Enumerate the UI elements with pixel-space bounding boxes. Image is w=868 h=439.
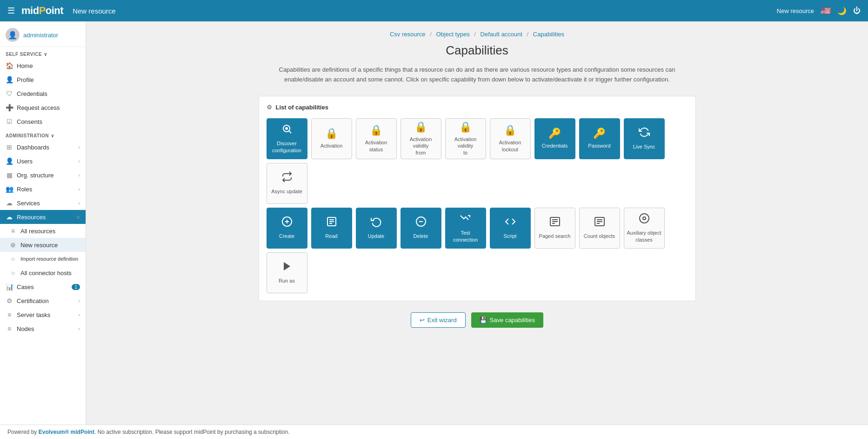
sidebar-item-label: Nodes bbox=[17, 325, 34, 332]
capability-tile-discover-configuration[interactable]: Discover configuration bbox=[267, 118, 307, 159]
sidebar-item-all-resources[interactable]: ≡ All resources bbox=[0, 224, 86, 238]
panel-header-label: List of capabilities bbox=[276, 104, 328, 111]
paged-search-label: Paged search bbox=[539, 233, 571, 239]
sidebar-item-label: Certification bbox=[17, 297, 49, 304]
capability-tile-credentials[interactable]: 🔑Credentials bbox=[534, 118, 575, 159]
main-layout: 👤 administrator SELF SERVICE ∨ 🏠 Home 👤 … bbox=[0, 21, 868, 425]
save-capabilities-button[interactable]: 💾 Save capabilities bbox=[471, 312, 544, 328]
power-icon[interactable]: ⏻ bbox=[853, 7, 861, 15]
sidebar-item-new-resource[interactable]: ⊕ New resource bbox=[0, 238, 86, 252]
sidebar-item-label: Cases bbox=[17, 284, 34, 290]
sidebar-item-consents[interactable]: ☑ Consents bbox=[0, 115, 86, 128]
hamburger-menu[interactable]: ☰ bbox=[7, 6, 15, 16]
sidebar-item-cases[interactable]: 📊 Cases 1 bbox=[0, 280, 86, 294]
dashboard-icon: ⊞ bbox=[6, 143, 13, 151]
capability-tile-async-update[interactable]: Async update bbox=[267, 163, 307, 204]
save-icon: 💾 bbox=[480, 317, 487, 324]
breadcrumb-csv-resource[interactable]: Csv resource bbox=[390, 31, 426, 38]
sidebar-item-server-tasks[interactable]: ≡ Server tasks › bbox=[0, 308, 86, 322]
capability-tile-test-connection[interactable]: Test connection bbox=[445, 208, 486, 249]
sidebar-item-resources[interactable]: ☁ Resources ∨ bbox=[0, 210, 86, 224]
new-icon: ⊕ bbox=[9, 241, 17, 249]
capability-tile-activation-validity-to[interactable]: 🔒Activation validity to bbox=[445, 118, 486, 159]
capability-tile-create[interactable]: Create bbox=[267, 208, 307, 249]
breadcrumb-default-account[interactable]: Default account bbox=[481, 31, 522, 38]
resources-icon: ☁ bbox=[6, 213, 13, 221]
sidebar-item-label: Dashboards bbox=[17, 144, 49, 151]
sidebar-item-users[interactable]: 👤 Users › bbox=[0, 154, 86, 168]
topnav: ☰ midPoint New resource New resource 🇺🇸 … bbox=[0, 0, 868, 21]
sidebar-item-label: Users bbox=[17, 158, 33, 165]
gear-icon: ⚙ bbox=[267, 104, 272, 111]
self-service-header: SELF SERVICE ∨ bbox=[0, 47, 86, 59]
capability-tile-live-sync[interactable]: Live Sync bbox=[624, 118, 665, 159]
activation-validity-from-label: Activation validity from bbox=[410, 136, 432, 156]
sidebar-item-certification[interactable]: ⚙ Certification › bbox=[0, 294, 86, 308]
capability-tile-run-as[interactable]: Run as bbox=[267, 252, 307, 293]
sidebar-user[interactable]: 👤 administrator bbox=[0, 21, 86, 47]
tasks-icon: ≡ bbox=[6, 311, 13, 318]
capability-tile-delete[interactable]: Delete bbox=[401, 208, 441, 249]
capability-tile-aux-object-classes[interactable]: Auxiliary object classes bbox=[624, 208, 665, 249]
async-update-icon bbox=[281, 171, 293, 185]
sidebar-item-org-structure[interactable]: ▦ Org. structure › bbox=[0, 168, 86, 182]
capability-tile-activation-status[interactable]: 🔒Activation status bbox=[356, 118, 397, 159]
capability-tile-password[interactable]: 🔑Password bbox=[579, 118, 620, 159]
users-icon: 👤 bbox=[6, 157, 13, 165]
chevron-right-icon: › bbox=[78, 172, 80, 178]
sidebar-item-credentials[interactable]: 🛡 Credentials bbox=[0, 87, 86, 101]
sidebar-item-roles[interactable]: 👥 Roles › bbox=[0, 182, 86, 196]
chevron-right-icon: › bbox=[78, 158, 80, 164]
run-as-label: Run as bbox=[279, 277, 295, 284]
live-sync-label: Live Sync bbox=[633, 143, 655, 150]
password-icon: 🔑 bbox=[593, 128, 606, 140]
breadcrumb-capabilities[interactable]: Capabilities bbox=[533, 31, 564, 38]
main-content: Csv resource / Object types / Default ac… bbox=[86, 21, 868, 425]
footer-brand-link[interactable]: Evolveum® midPoint bbox=[39, 429, 94, 435]
chevron-right-icon: › bbox=[78, 298, 80, 304]
list-icon: ≡ bbox=[9, 227, 17, 235]
capability-tile-paged-search[interactable]: Paged search bbox=[534, 208, 575, 249]
capability-tile-update[interactable]: Update bbox=[356, 208, 397, 249]
plus-icon: ➕ bbox=[6, 104, 13, 111]
delete-icon bbox=[415, 216, 427, 230]
capability-tile-activation-validity-from[interactable]: 🔒Activation validity from bbox=[401, 118, 441, 159]
svg-point-20 bbox=[640, 214, 649, 223]
capability-tile-script[interactable]: Script bbox=[490, 208, 531, 249]
panel-header: ⚙ List of capabilities bbox=[267, 104, 688, 111]
sidebar-item-label: Credentials bbox=[17, 90, 47, 97]
dark-mode-icon[interactable]: 🌙 bbox=[837, 7, 847, 15]
capability-tile-read[interactable]: Read bbox=[311, 208, 352, 249]
activation-icon: 🔒 bbox=[325, 128, 338, 140]
sidebar-item-import-resource[interactable]: ○ Import resource definition bbox=[0, 252, 86, 266]
capability-tile-count-objects[interactable]: Count objects bbox=[579, 208, 620, 249]
sidebar-item-dashboards[interactable]: ⊞ Dashboards › bbox=[0, 140, 86, 154]
services-icon: ☁ bbox=[6, 199, 13, 207]
breadcrumb-object-types[interactable]: Object types bbox=[436, 31, 469, 38]
sidebar-item-services[interactable]: ☁ Services › bbox=[0, 196, 86, 210]
update-icon bbox=[371, 216, 382, 230]
delete-label: Delete bbox=[414, 233, 428, 239]
save-capabilities-label: Save capabilities bbox=[490, 317, 535, 324]
aux-object-classes-icon bbox=[639, 213, 650, 227]
sidebar-item-home[interactable]: 🏠 Home bbox=[0, 59, 86, 73]
capability-tile-activation-lockout[interactable]: 🔒Activation lockout bbox=[490, 118, 531, 159]
page-title: Capabilities bbox=[100, 43, 854, 58]
sidebar-item-connector-hosts[interactable]: ○ All connector hosts bbox=[0, 266, 86, 280]
topnav-right: New resource 🇺🇸 🌙 ⏻ bbox=[777, 6, 861, 16]
admin-header: ADMINISTRATION ∨ bbox=[0, 128, 86, 140]
capability-tile-activation[interactable]: 🔒Activation bbox=[311, 118, 352, 159]
sidebar-item-request-access[interactable]: ➕ Request access bbox=[0, 101, 86, 115]
exit-wizard-button[interactable]: ↩ Exit wizard bbox=[411, 312, 466, 328]
sidebar-item-nodes[interactable]: ≡ Nodes › bbox=[0, 322, 86, 336]
capabilities-row-2: CreateReadUpdateDeleteTest connectionScr… bbox=[267, 208, 688, 293]
sidebar-item-label: Profile bbox=[17, 76, 34, 83]
sidebar-item-profile[interactable]: 👤 Profile bbox=[0, 73, 86, 87]
activation-lockout-icon: 🔒 bbox=[504, 124, 516, 136]
language-flag[interactable]: 🇺🇸 bbox=[821, 6, 831, 16]
svg-line-1 bbox=[289, 131, 291, 133]
person-icon: 👤 bbox=[6, 76, 13, 83]
actions-bar: ↩ Exit wizard 💾 Save capabilities bbox=[100, 312, 854, 328]
capabilities-row-1: Discover configuration🔒Activation🔒Activa… bbox=[267, 118, 688, 204]
sidebar-item-label: New resource bbox=[20, 242, 58, 249]
